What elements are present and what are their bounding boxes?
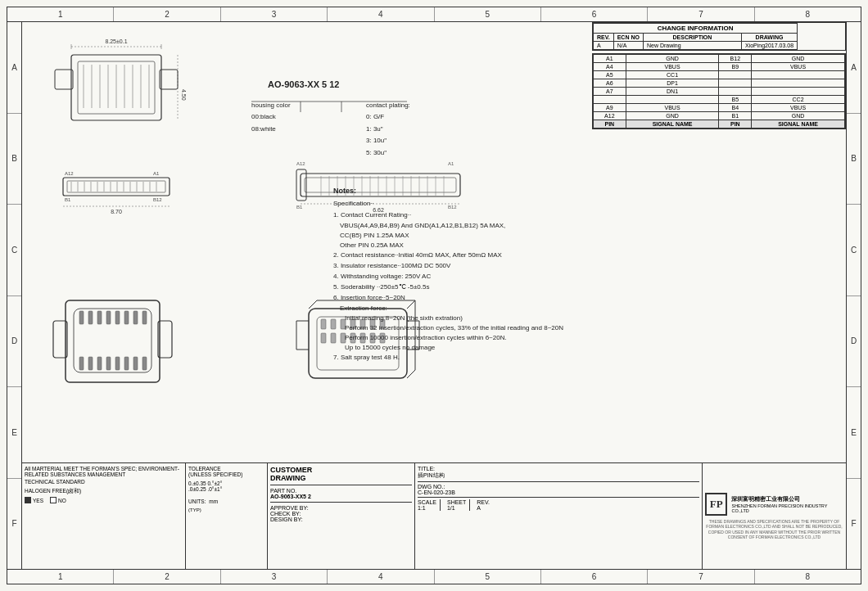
grid-row-a: A [7, 22, 21, 114]
svg-rect-51 [79, 357, 84, 370]
tolerance-box: TOLERANCE (UNLESS SPECIFIED) 0.±0.35 0.°… [186, 463, 268, 569]
grid-row-c: C [7, 205, 21, 296]
units-label: UNITS: [188, 499, 206, 504]
customer-box: CUSTOMER DRAWING PART NO. AO-9063-XX5 2 … [268, 463, 415, 569]
sheet-value: 1/1 [447, 505, 466, 511]
grid-row-rb: B [847, 114, 861, 205]
note-7: 7. Salt spray test 48 H. [333, 353, 666, 363]
grid-row-e: E [7, 387, 21, 479]
check-label: CHECK BY: [270, 511, 412, 517]
grid-col-7: 7 [648, 7, 754, 21]
note-1c: Other PIN 0.25A MAX [340, 241, 666, 250]
company-cn: 深圳富明精密工业有限公司 [731, 495, 843, 503]
note-6e: Up to 15000 cycles no damage [345, 343, 666, 353]
grid-row-f: F [7, 479, 21, 570]
notes-area: Notes: Specification·· 1. Contact Curren… [333, 186, 666, 363]
pin-b9: B9 [719, 63, 752, 71]
note-6c: Perform 32 insertion/extraction cycles, … [345, 323, 666, 333]
rev-value: A [477, 505, 490, 511]
sig-gnd-b12: GND [752, 55, 845, 63]
svg-rect-50 [142, 311, 147, 324]
pin-empty3 [719, 88, 752, 96]
pin-empty2 [719, 79, 752, 88]
svg-text:A12: A12 [296, 161, 305, 166]
main-border: 1 2 3 4 5 6 7 8 1 2 3 4 5 6 7 8 A B C D … [7, 7, 861, 584]
svg-rect-55 [115, 357, 120, 370]
halogen-label: HALOGEN FREE(卤和) [25, 488, 81, 495]
grid-row-rf: F [847, 479, 861, 570]
material-statement: All MARTERIAL MEET THE FORMAN'S SPEC; EN… [22, 463, 186, 569]
pin-b4: B4 [719, 104, 752, 112]
title-label: TITLE: [418, 466, 445, 471]
svg-rect-49 [133, 311, 138, 324]
svg-text:A12: A12 [65, 171, 74, 176]
note-5: 5. Soderability ··250±5℃ -5±0.5s [333, 282, 666, 292]
fp-logo: FP [705, 493, 727, 516]
svg-text:4.50: 4.50 [181, 89, 187, 101]
svg-rect-43 [79, 311, 84, 324]
company-en: SHENZHEN FORMAN PRECISION INDUSTRY CO.,L… [731, 503, 843, 513]
svg-text:A1: A1 [153, 171, 160, 176]
svg-rect-52 [88, 357, 93, 370]
material-text: All MARTERIAL MEET THE FORMAN'S SPEC; EN… [25, 466, 183, 477]
note-6b: Initial reading 8~20N (the sixth extrati… [345, 314, 666, 323]
sig-empty2 [752, 79, 845, 88]
drawing-area: CHANGE INFORMATION REV. ECN NO DESCRIPTI… [22, 22, 846, 569]
contact-title: contact plating: [366, 100, 410, 111]
svg-line-67 [407, 370, 415, 378]
grid-col-3: 3 [221, 7, 328, 21]
sig-empty3 [752, 88, 845, 96]
note-1b: CC(B5) PIN 1.25A MAX [340, 231, 666, 241]
grid-col-b2: 2 [114, 570, 220, 584]
svg-rect-57 [133, 357, 138, 370]
svg-rect-47 [115, 311, 120, 324]
drawing-date: XioPing2017.03.08 [741, 42, 797, 50]
company-box: FP 深圳富明精密工业有限公司 SHENZHEN FORMAN PRECISIO… [703, 463, 846, 569]
tol-2: .0±0.25 .0°±1° [188, 486, 264, 492]
notes-title: Notes: [333, 186, 666, 197]
scale-value: 1:1 [418, 505, 436, 511]
dwg-label: DWG NO.: [418, 484, 699, 489]
svg-text:B1: B1 [296, 205, 303, 210]
svg-rect-42 [74, 309, 151, 372]
contact-10u: 3: 10u" [366, 135, 410, 147]
top-view-connector: 8.25±0.1 4.50 [55, 38, 187, 120]
contact-3u: 1: 3u" [366, 124, 410, 135]
svg-rect-53 [97, 357, 102, 370]
grid-col-4: 4 [328, 7, 434, 21]
svg-line-63 [309, 300, 317, 309]
grid-top: 1 2 3 4 5 6 7 8 [7, 7, 861, 22]
part-number-label: AO-9063-XX 5 12 [268, 79, 339, 89]
svg-rect-48 [124, 311, 129, 324]
copyright-text: THESE DRAWINGS AND SPECIFICATIONS ARE TH… [705, 519, 843, 540]
note-2: 2. Contact resistance··Initial 40mΩ MAX,… [333, 250, 666, 260]
svg-rect-58 [142, 357, 147, 370]
side-profile: A12 A1 B1 B12 8.70 [63, 171, 170, 214]
grid-col-8: 8 [755, 7, 861, 21]
housing-color-label: housing color 00:black 08:white [251, 100, 291, 135]
svg-rect-44 [88, 311, 93, 324]
sig-cc2: CC2 [752, 96, 845, 104]
grid-col-5: 5 [435, 7, 541, 21]
unless-label: (UNLESS SPECIFIED) [188, 471, 264, 477]
grid-row-b: B [7, 114, 21, 205]
dwg-value: C-EN-020-23B [418, 489, 699, 495]
grid-row-rc: C [847, 205, 861, 296]
no-label: NO [58, 498, 66, 503]
grid-right: A B C D E F [846, 22, 861, 569]
grid-col-b3: 3 [221, 570, 328, 584]
part-no-value: AO-9063-XX5 2 [270, 494, 412, 499]
title-box: TITLE: 插PIN结构 DWG NO.: C-EN-020-23B SCAL… [415, 463, 703, 569]
pin-b5: B5 [719, 96, 752, 104]
design-label: DESIGN BY: [270, 517, 412, 522]
note-4: 4. Withstanding voltage: 250V AC [333, 272, 666, 282]
grid-col-1: 1 [7, 7, 114, 21]
pin-b1: B1 [719, 112, 752, 120]
sig-header2: SIGNAL NAME [752, 120, 845, 129]
note-1: 1. Contact Current Rating·· [333, 210, 666, 220]
customer-label: CUSTOMER [270, 466, 412, 474]
tolerance-title: TOLERANCE [188, 466, 264, 471]
grid-col-2: 2 [114, 7, 220, 21]
technical-standard: TECHNICAL STANDARD [25, 479, 183, 485]
grid-row-d: D [7, 296, 21, 388]
